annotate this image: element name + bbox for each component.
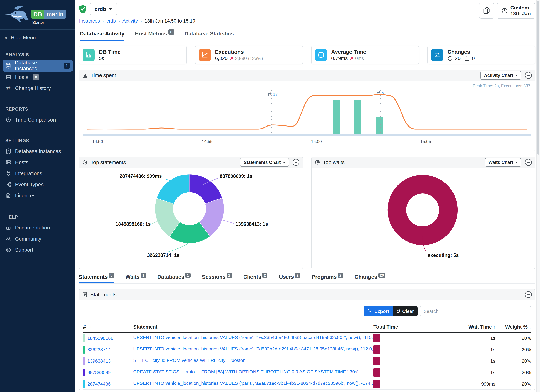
sidebar-item-time-comparison[interactable]: Time Comparison xyxy=(3,114,73,125)
statement-id-link[interactable]: 139638413 xyxy=(87,358,111,364)
tab-badge: 2 xyxy=(295,273,300,278)
scrollbar-thumb[interactable] xyxy=(537,1,540,155)
peak-note: Peak Time: 2s, Executions: 837 xyxy=(83,84,531,89)
tab-badge: 2 xyxy=(338,273,343,278)
hide-menu-label: Hide Menu xyxy=(11,35,36,41)
sidebar-section-reports: REPORTS Time Comparison xyxy=(0,100,75,127)
x-tick: 15:05 xyxy=(420,139,431,144)
total-time-bar xyxy=(374,357,380,365)
sidebar-item-database-instances-settings[interactable]: Database Instances xyxy=(3,146,73,157)
executions-bar[interactable] xyxy=(354,99,361,134)
statement-link[interactable]: SELECT city, id FROM vehicles WHERE city… xyxy=(133,358,246,363)
sidebar-item-label: Integrations xyxy=(15,171,42,177)
time-range-sublabel: 13th Jan xyxy=(510,11,531,16)
executions-bar[interactable] xyxy=(333,99,340,134)
statement-id-link[interactable]: 326238714 xyxy=(87,347,111,352)
tab-databases[interactable]: Databases1 xyxy=(157,274,190,283)
hide-menu-button[interactable]: « Hide Menu xyxy=(0,30,75,46)
sidebar-item-licences[interactable]: Licences xyxy=(3,190,73,201)
breadcrumb-link-crdb[interactable]: crdb xyxy=(106,18,116,24)
sort-icon-active: ↑ xyxy=(493,325,495,330)
tab-label: Waits xyxy=(125,274,140,280)
bar-chart-icon xyxy=(83,49,95,61)
sidebar-item-change-history[interactable]: ⇄ Change History xyxy=(3,83,73,94)
tab-database-statistics[interactable]: Database Statistics xyxy=(185,31,234,41)
page-scrollbar[interactable] xyxy=(536,0,540,392)
tab-statements[interactable]: Statements5 xyxy=(79,274,114,283)
search-input[interactable] xyxy=(420,306,531,317)
tab-changes[interactable]: Changes20 xyxy=(355,274,385,283)
card-db-time: DB Time 5s xyxy=(79,46,187,64)
column-header-wait-time[interactable]: Wait Time↑ xyxy=(427,324,495,330)
collapse-panel-button[interactable] xyxy=(525,291,532,298)
column-header-statement[interactable]: Statement xyxy=(133,324,374,330)
card-executions: Executions 6,320 ↗ 2,830 (123%) xyxy=(195,46,303,64)
card-title: Executions xyxy=(215,49,263,55)
sidebar-item-event-types[interactable]: Event Types xyxy=(3,179,73,190)
export-button[interactable]: Export xyxy=(364,306,393,316)
card-value: 6,320 xyxy=(215,55,228,61)
activity-chart-select[interactable]: Activity Chart xyxy=(480,71,521,80)
sidebar-item-community[interactable]: Community xyxy=(3,233,73,244)
sidebar-item-label: Support xyxy=(15,247,33,253)
sidebar-item-documentation[interactable]: Documentation xyxy=(3,222,73,233)
wait-time-cell: 1s xyxy=(427,347,495,352)
tab-programs[interactable]: Programs2 xyxy=(312,274,343,283)
statement-link[interactable]: UPSERT INTO vehicle_location_histories V… xyxy=(133,335,374,340)
x-tick: 15:00 xyxy=(311,139,322,144)
clear-button[interactable]: ↺ Clear xyxy=(393,306,418,316)
time-range-button[interactable]: Custom 13th Jan xyxy=(497,3,535,19)
sidebar-item-hosts[interactable]: Hosts 0 xyxy=(3,72,73,83)
plug-icon xyxy=(5,171,11,176)
activity-chart[interactable]: ⇄18 ⇄2 14:50 14:55 15:00 15:05 xyxy=(83,89,531,149)
section-title: SETTINGS xyxy=(3,138,73,146)
statement-id-link[interactable]: 1845898166 xyxy=(87,335,113,341)
copy-link-button[interactable] xyxy=(479,3,494,19)
waits-chart-select[interactable]: Waits Chart xyxy=(485,158,521,167)
support-icon xyxy=(5,247,11,253)
tab-sessions[interactable]: Sessions2 xyxy=(202,274,232,283)
statement-color-chip xyxy=(83,368,85,377)
waits-donut-chart[interactable]: executing: 5s xyxy=(311,168,535,269)
collapse-panel-button[interactable] xyxy=(525,72,532,79)
sidebar-item-database-instances[interactable]: Database Instances 1 xyxy=(3,60,73,72)
tab-waits[interactable]: Waits1 xyxy=(125,274,146,283)
sidebar-item-integrations[interactable]: Integrations xyxy=(3,168,73,179)
executions-bar[interactable] xyxy=(376,117,383,134)
instance-selector[interactable]: crdb xyxy=(90,3,117,15)
time-spent-panel: Time spent Activity Chart Peak Time: 2s,… xyxy=(79,70,535,151)
collapse-panel-button[interactable] xyxy=(525,159,532,166)
statement-id-link[interactable]: 287474436 xyxy=(87,381,111,387)
tab-clients[interactable]: Clients2 xyxy=(243,274,267,283)
statement-link[interactable]: UPSERT INTO vehicle_location_histories V… xyxy=(133,381,374,386)
statement-color-chip xyxy=(83,357,85,365)
column-header-weight[interactable]: Weight %↓ xyxy=(495,324,531,330)
statement-link[interactable]: CREATE STATISTICS __auto__ FROM [63] WIT… xyxy=(133,369,358,375)
tab-host-metrics[interactable]: Host Metrics0 xyxy=(135,31,174,41)
table-row: 1845898166 UPSERT INTO vehicle_location_… xyxy=(83,332,531,344)
server-icon xyxy=(5,74,11,80)
time-spent-body: Peak Time: 2s, Executions: 837 ⇄18 xyxy=(79,81,535,151)
tab-database-activity[interactable]: Database Activity xyxy=(80,31,125,41)
wait-time-cell: 1s xyxy=(427,358,495,364)
panel-title: Top statements xyxy=(91,159,126,165)
column-header-id[interactable]: #↓ xyxy=(83,324,133,330)
breadcrumb-link-activity[interactable]: Activity xyxy=(122,18,138,24)
sidebar-item-support[interactable]: Support xyxy=(3,244,73,255)
sidebar-item-hosts-settings[interactable]: Hosts xyxy=(3,157,73,168)
collapse-panel-button[interactable] xyxy=(293,159,299,166)
statements-donut-chart[interactable]: 287474436: 999ms 887898099: 1s 184589816… xyxy=(79,168,303,269)
sort-icon: ↓ xyxy=(529,325,531,330)
statement-link[interactable]: UPSERT INTO vehicle_location_histories V… xyxy=(133,346,374,352)
statements-table: #↓ Statement Total Time Wait Time↑ Weigh… xyxy=(83,322,531,390)
tab-label: Host Metrics xyxy=(135,31,167,36)
tab-badge: 0 xyxy=(169,29,174,35)
statements-chart-select[interactable]: Statements Chart xyxy=(240,158,289,167)
info-icon xyxy=(447,56,453,61)
statement-id-link[interactable]: 887898099 xyxy=(87,370,111,375)
breadcrumb-link-instances[interactable]: Instances xyxy=(79,18,100,24)
tab-users[interactable]: Users2 xyxy=(279,274,300,283)
column-header-total-time[interactable]: Total Time xyxy=(374,324,427,330)
sidebar-item-label: Hosts xyxy=(15,159,28,165)
change-marker[interactable]: ⇄2 xyxy=(376,90,384,96)
